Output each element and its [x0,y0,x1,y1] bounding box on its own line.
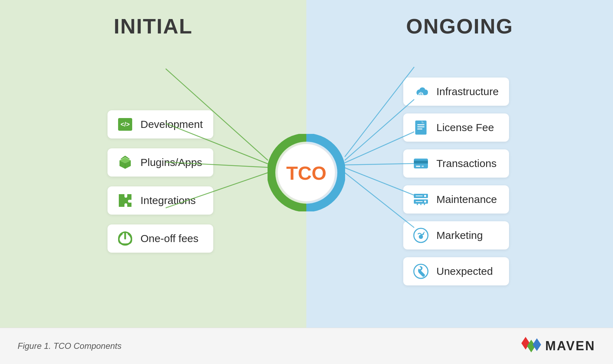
maintenance-label: Maintenance [436,193,497,205]
oneoff-card: One-off fees [108,224,213,253]
svg-point-17 [424,200,426,203]
oneoff-label: One-off fees [141,233,199,245]
figure-caption: Figure 1. TCO Components [18,341,122,351]
ongoing-items-list: Infrastructure [403,78,509,285]
unexpected-label: Unexpected [436,265,493,277]
development-card: </> Development [108,110,213,138]
ongoing-panel: ONGOING [306,0,613,328]
power-icon [116,229,134,248]
maven-diamonds [521,337,542,355]
content-area: INITIAL </> Development [0,0,613,328]
integrations-label: Integrations [141,195,196,206]
license-card: License Fee [403,113,509,142]
transactions-card: Transactions [403,149,509,178]
marketing-card: Marketing [403,221,509,249]
svg-rect-11 [414,161,428,164]
plugins-icon [116,153,134,172]
document-icon [412,118,430,137]
footer: Figure 1. TCO Components MAVEN [0,328,613,364]
initial-items-list: </> Development [108,110,213,253]
infrastructure-card: Infrastructure [403,78,509,106]
plugins-card: Plugins/Apps [108,148,213,177]
cloud-icon [412,82,430,101]
svg-point-24 [419,235,423,239]
unexpected-card: Unexpected [403,257,509,285]
license-label: License Fee [436,122,494,134]
card-icon [412,154,430,173]
plugins-label: Plugins/Apps [141,156,202,168]
development-icon: </> [116,115,134,134]
ongoing-title: ONGOING [406,14,513,38]
infrastructure-label: Infrastructure [436,86,499,98]
marketing-label: Marketing [436,229,483,241]
svg-rect-12 [416,166,420,167]
svg-text:</>: </> [120,121,129,128]
integrations-icon [116,191,134,210]
page-container: INITIAL </> Development [0,0,613,364]
maven-text: MAVEN [545,339,595,353]
development-label: Development [141,118,203,130]
right-diagram-area: Infrastructure [306,49,613,314]
server-icon [412,190,430,209]
wrench-icon [412,262,430,280]
svg-rect-6 [415,121,427,135]
initial-panel: INITIAL </> Development [0,0,306,328]
maintenance-card: Maintenance [403,185,509,214]
initial-title: INITIAL [114,14,193,38]
left-diagram-area: </> Development [0,49,306,314]
maven-logo: MAVEN [521,337,595,355]
svg-marker-28 [533,338,541,351]
svg-point-16 [424,195,426,197]
transactions-label: Transactions [436,158,497,169]
svg-rect-13 [422,166,424,167]
megaphone-icon [412,226,430,245]
integrations-card: Integrations [108,186,213,215]
